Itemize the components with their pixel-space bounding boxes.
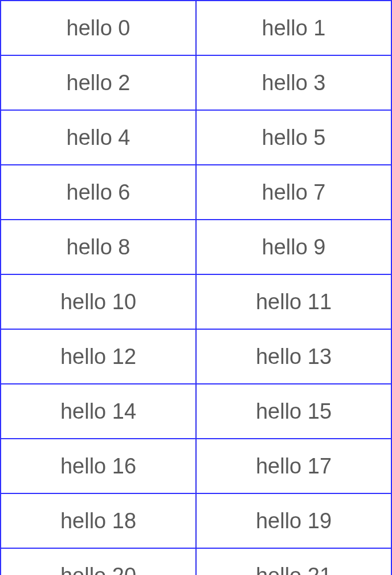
grid-item[interactable]: hello 15 [197,384,392,439]
grid-item-label: hello 11 [256,290,332,314]
grid-item-label: hello 17 [256,454,332,479]
grid-item-label: hello 16 [60,454,136,479]
grid-item[interactable]: hello 5 [197,111,392,165]
grid-item-label: hello 7 [262,180,326,205]
grid-item[interactable]: hello 7 [197,165,392,220]
grid-item-label: hello 19 [256,509,332,533]
grid-item[interactable]: hello 17 [197,439,392,494]
grid-item-label: hello 9 [262,235,326,260]
grid-item[interactable]: hello 20 [1,549,197,575]
grid-item[interactable]: hello 8 [1,220,197,275]
grid-item[interactable]: hello 21 [197,549,392,575]
grid-item[interactable]: hello 19 [197,494,392,549]
grid-item-label: hello 15 [256,399,332,424]
grid-item-label: hello 13 [256,345,332,369]
grid-item-label: hello 4 [67,125,130,150]
grid-item[interactable]: hello 9 [197,220,392,275]
grid-item-label: hello 20 [60,564,136,576]
grid-item[interactable]: hello 18 [1,494,197,549]
grid-item-label: hello 10 [60,290,136,314]
grid-item-label: hello 6 [67,180,130,205]
grid-item-label: hello 12 [60,345,136,369]
grid-item-label: hello 2 [67,71,130,95]
grid-item-label: hello 14 [60,399,136,424]
grid-item[interactable]: hello 16 [1,439,197,494]
grid-item-label: hello 18 [60,509,136,533]
grid-item-label: hello 8 [67,235,130,260]
grid-item[interactable]: hello 14 [1,384,197,439]
grid-item[interactable]: hello 12 [1,330,197,384]
grid-item[interactable]: hello 1 [197,1,392,56]
grid-item[interactable]: hello 11 [197,275,392,330]
grid-item-label: hello 1 [262,16,326,41]
grid-item-label: hello 5 [262,125,326,150]
grid-item[interactable]: hello 3 [197,56,392,111]
grid-item[interactable]: hello 10 [1,275,197,330]
grid-item[interactable]: hello 4 [1,111,197,165]
grid-item-label: hello 0 [67,16,130,41]
grid-item[interactable]: hello 2 [1,56,197,111]
grid-item[interactable]: hello 6 [1,165,197,220]
grid-item[interactable]: hello 13 [197,330,392,384]
grid-item-label: hello 21 [256,564,332,576]
grid-item-label: hello 3 [262,71,326,95]
grid-item[interactable]: hello 0 [1,1,197,56]
items-grid: hello 0 hello 1 hello 2 hello 3 hello 4 … [0,0,392,575]
